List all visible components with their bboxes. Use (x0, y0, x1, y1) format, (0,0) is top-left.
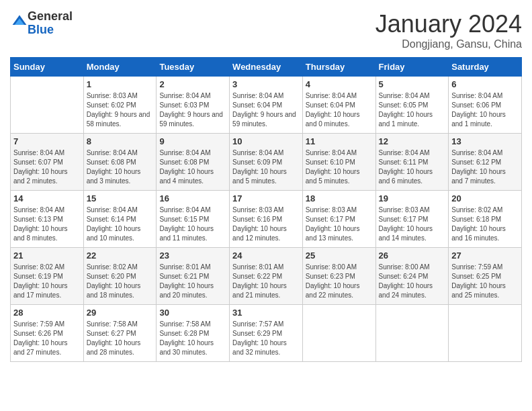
calendar-week-row: 14Sunrise: 8:04 AMSunset: 6:13 PMDayligh… (11, 191, 522, 248)
calendar-cell: 5Sunrise: 8:04 AMSunset: 6:05 PMDaylight… (375, 77, 449, 134)
day-number: 10 (232, 136, 300, 146)
day-number: 23 (159, 250, 226, 261)
calendar-cell: 4Sunrise: 8:04 AMSunset: 6:04 PMDaylight… (302, 77, 375, 134)
day-info: Sunrise: 8:00 AMSunset: 6:24 PMDaylight:… (379, 263, 446, 300)
day-number: 8 (87, 136, 154, 146)
calendar-week-row: 21Sunrise: 8:02 AMSunset: 6:19 PMDayligh… (11, 248, 522, 305)
day-number: 7 (13, 136, 81, 146)
location-subtitle: Dongjiang, Gansu, China (375, 38, 522, 50)
calendar-week-row: 7Sunrise: 8:04 AMSunset: 6:07 PMDaylight… (11, 134, 522, 191)
calendar-cell: 12Sunrise: 8:04 AMSunset: 6:11 PMDayligh… (375, 134, 449, 191)
day-info: Sunrise: 8:04 AMSunset: 6:06 PMDaylight:… (451, 91, 519, 129)
calendar-week-row: 28Sunrise: 7:59 AMSunset: 6:26 PMDayligh… (11, 305, 522, 362)
calendar-cell: 22Sunrise: 8:02 AMSunset: 6:20 PMDayligh… (83, 248, 157, 305)
day-info: Sunrise: 8:00 AMSunset: 6:23 PMDaylight:… (306, 263, 373, 300)
day-info: Sunrise: 8:04 AMSunset: 6:03 PMDaylight:… (159, 91, 226, 129)
day-number: 21 (13, 250, 81, 261)
day-number: 18 (306, 193, 373, 203)
calendar-week-row: 1Sunrise: 8:03 AMSunset: 6:02 PMDaylight… (11, 77, 522, 134)
calendar-cell: 10Sunrise: 8:04 AMSunset: 6:09 PMDayligh… (230, 134, 303, 191)
calendar-cell: 11Sunrise: 8:04 AMSunset: 6:10 PMDayligh… (302, 134, 375, 191)
calendar-cell: 2Sunrise: 8:04 AMSunset: 6:03 PMDaylight… (157, 77, 230, 134)
day-info: Sunrise: 8:04 AMSunset: 6:04 PMDaylight:… (306, 91, 373, 129)
calendar-cell (302, 305, 375, 362)
weekday-header: Friday (375, 58, 449, 77)
calendar-cell: 28Sunrise: 7:59 AMSunset: 6:26 PMDayligh… (11, 305, 84, 362)
day-info: Sunrise: 8:03 AMSunset: 6:16 PMDaylight:… (232, 205, 300, 243)
day-info: Sunrise: 7:58 AMSunset: 6:28 PMDaylight:… (159, 320, 226, 357)
day-number: 13 (451, 136, 519, 146)
calendar-cell: 24Sunrise: 8:01 AMSunset: 6:22 PMDayligh… (230, 248, 303, 305)
day-number: 26 (379, 250, 446, 261)
month-title: January 2024 (375, 10, 522, 38)
calendar-cell: 13Sunrise: 8:04 AMSunset: 6:12 PMDayligh… (449, 134, 522, 191)
day-number: 5 (379, 79, 446, 89)
calendar-cell: 31Sunrise: 7:57 AMSunset: 6:29 PMDayligh… (230, 305, 303, 362)
calendar-cell: 15Sunrise: 8:04 AMSunset: 6:14 PMDayligh… (83, 191, 157, 248)
calendar-cell (449, 305, 522, 362)
day-number: 28 (13, 308, 81, 318)
day-number: 4 (306, 79, 373, 89)
calendar-cell: 25Sunrise: 8:00 AMSunset: 6:23 PMDayligh… (302, 248, 375, 305)
logo-icon (11, 14, 28, 30)
day-info: Sunrise: 7:58 AMSunset: 6:27 PMDaylight:… (87, 320, 154, 357)
day-info: Sunrise: 8:04 AMSunset: 6:05 PMDaylight:… (379, 91, 446, 129)
calendar-cell: 14Sunrise: 8:04 AMSunset: 6:13 PMDayligh… (11, 191, 84, 248)
day-info: Sunrise: 8:01 AMSunset: 6:22 PMDaylight:… (232, 263, 300, 300)
day-info: Sunrise: 7:59 AMSunset: 6:25 PMDaylight:… (451, 263, 519, 300)
day-info: Sunrise: 8:04 AMSunset: 6:15 PMDaylight:… (159, 205, 226, 243)
day-info: Sunrise: 8:04 AMSunset: 6:10 PMDaylight:… (306, 148, 373, 186)
day-info: Sunrise: 8:02 AMSunset: 6:20 PMDaylight:… (87, 263, 154, 300)
calendar-cell: 21Sunrise: 8:02 AMSunset: 6:19 PMDayligh… (11, 248, 84, 305)
day-info: Sunrise: 8:04 AMSunset: 6:08 PMDaylight:… (87, 148, 154, 186)
logo: General Blue (10, 10, 73, 37)
logo-blue-text: Blue (28, 23, 54, 36)
day-info: Sunrise: 8:04 AMSunset: 6:12 PMDaylight:… (451, 148, 519, 186)
day-info: Sunrise: 8:03 AMSunset: 6:17 PMDaylight:… (306, 205, 373, 243)
day-number: 25 (306, 250, 373, 261)
day-info: Sunrise: 8:04 AMSunset: 6:13 PMDaylight:… (13, 205, 81, 243)
day-number: 27 (451, 250, 519, 261)
calendar-cell: 3Sunrise: 8:04 AMSunset: 6:04 PMDaylight… (230, 77, 303, 134)
day-info: Sunrise: 8:04 AMSunset: 6:07 PMDaylight:… (13, 148, 81, 186)
calendar-cell: 7Sunrise: 8:04 AMSunset: 6:07 PMDaylight… (11, 134, 84, 191)
weekday-header: Tuesday (157, 58, 230, 77)
day-info: Sunrise: 7:57 AMSunset: 6:29 PMDaylight:… (232, 320, 300, 357)
day-number: 1 (87, 79, 154, 89)
day-number: 11 (306, 136, 373, 146)
day-number: 31 (232, 308, 300, 318)
day-info: Sunrise: 8:04 AMSunset: 6:08 PMDaylight:… (159, 148, 226, 186)
calendar-cell: 30Sunrise: 7:58 AMSunset: 6:28 PMDayligh… (157, 305, 230, 362)
day-info: Sunrise: 8:02 AMSunset: 6:19 PMDaylight:… (13, 263, 81, 300)
calendar-cell: 8Sunrise: 8:04 AMSunset: 6:08 PMDaylight… (83, 134, 157, 191)
day-info: Sunrise: 8:04 AMSunset: 6:04 PMDaylight:… (232, 91, 300, 129)
calendar-cell: 20Sunrise: 8:02 AMSunset: 6:18 PMDayligh… (449, 191, 522, 248)
calendar-cell: 26Sunrise: 8:00 AMSunset: 6:24 PMDayligh… (375, 248, 449, 305)
day-number: 24 (232, 250, 300, 261)
day-number: 15 (87, 193, 154, 203)
weekday-header: Saturday (449, 58, 522, 77)
day-number: 29 (87, 308, 154, 318)
calendar-cell: 17Sunrise: 8:03 AMSunset: 6:16 PMDayligh… (230, 191, 303, 248)
day-info: Sunrise: 8:04 AMSunset: 6:14 PMDaylight:… (87, 205, 154, 243)
day-number: 2 (159, 79, 226, 89)
calendar-cell: 27Sunrise: 7:59 AMSunset: 6:25 PMDayligh… (449, 248, 522, 305)
day-info: Sunrise: 8:03 AMSunset: 6:02 PMDaylight:… (87, 91, 154, 129)
day-number: 22 (87, 250, 154, 261)
page-header: General Blue January 2024 Dongjiang, Gan… (10, 10, 522, 50)
day-info: Sunrise: 8:02 AMSunset: 6:18 PMDaylight:… (451, 205, 519, 243)
day-number: 12 (379, 136, 446, 146)
day-info: Sunrise: 8:01 AMSunset: 6:21 PMDaylight:… (159, 263, 226, 300)
calendar-cell (375, 305, 449, 362)
day-info: Sunrise: 8:03 AMSunset: 6:17 PMDaylight:… (379, 205, 446, 243)
day-number: 30 (159, 308, 226, 318)
day-number: 6 (451, 79, 519, 89)
weekday-header-row: SundayMondayTuesdayWednesdayThursdayFrid… (11, 58, 522, 77)
calendar-table: SundayMondayTuesdayWednesdayThursdayFrid… (10, 57, 522, 362)
day-number: 16 (159, 193, 226, 203)
calendar-cell: 29Sunrise: 7:58 AMSunset: 6:27 PMDayligh… (83, 305, 157, 362)
day-number: 3 (232, 79, 300, 89)
calendar-cell: 16Sunrise: 8:04 AMSunset: 6:15 PMDayligh… (157, 191, 230, 248)
logo-general-text: General (28, 9, 73, 23)
day-number: 17 (232, 193, 300, 203)
